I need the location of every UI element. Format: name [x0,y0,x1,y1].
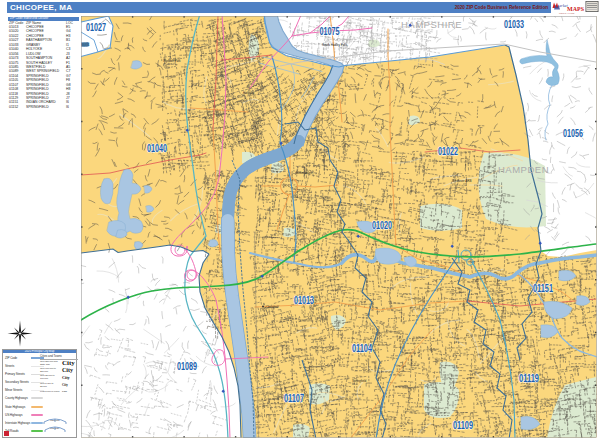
svg-text:01040: 01040 [147,142,167,154]
svg-text:01089: 01089 [177,360,197,372]
svg-text:Chicopee: Chicopee [266,305,279,309]
svg-text:South Hadley Falls: South Hadley Falls [322,43,348,47]
svg-text:01020: 01020 [372,219,392,231]
svg-text:01056: 01056 [563,127,583,139]
svg-text:Westover ARB: Westover ARB [452,179,471,183]
svg-text:Maps of All Kinds: Maps of All Kinds [559,12,574,14]
svg-text:Wyckoff Park: Wyckoff Park [163,59,181,63]
svg-text:Springfield: Springfield [352,379,367,383]
svg-text:01104: 01104 [352,342,372,354]
svg-text:Inset Title: Inset Title [50,420,61,422]
svg-text:Willimansett: Willimansett [296,171,312,175]
svg-text:01151: 01151 [533,282,553,294]
svg-text:01109: 01109 [453,419,473,431]
svg-text:01107: 01107 [284,392,304,404]
svg-text:Map Title: Map Title [50,428,60,430]
svg-text:01013: 01013 [294,294,314,306]
svg-text:01022: 01022 [438,145,458,157]
svg-text:01033: 01033 [504,18,524,30]
svg-text:01027: 01027 [86,21,106,33]
svg-text:01119: 01119 [519,372,539,384]
svg-text:01075: 01075 [82,43,90,47]
svg-text:HAMPDEN: HAMPDEN [498,164,549,175]
svg-text:01075: 01075 [320,25,340,37]
svg-text:Holyoke: Holyoke [243,91,254,95]
